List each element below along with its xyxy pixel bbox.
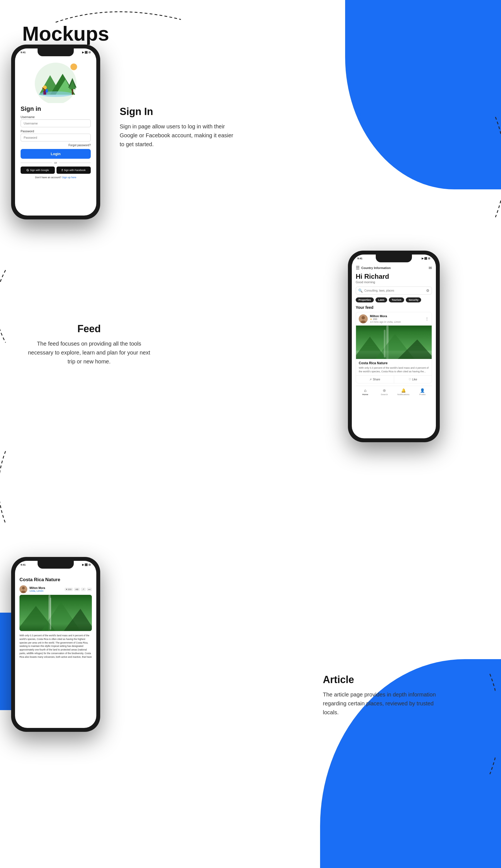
or-text: or [54, 161, 57, 164]
password-input[interactable] [21, 134, 91, 141]
heart-icon: ♡ [408, 378, 411, 381]
feed-status-time: 9:41 [358, 257, 362, 260]
article-status-icons: ▶ ⬛ ⊟ [82, 563, 91, 566]
chip-properties[interactable]: Properties [356, 297, 374, 303]
page-title: Mockups [22, 22, 109, 45]
share-badge-icon: ↗ [82, 588, 84, 591]
nav-notifications[interactable]: 🔔 Notifications [394, 388, 413, 396]
article-author-name: Milton Mora [30, 586, 45, 590]
article-status-time: 9:41 [21, 563, 25, 566]
signin-illustration [31, 59, 81, 103]
article-desc-text: The article page provides in depth infor… [323, 690, 445, 717]
author-avatar [359, 314, 368, 323]
card-meta: 13 mins ago in Uvita, Limon [370, 320, 401, 323]
feed-desc-text: The feed focuses on providing all the to… [28, 339, 150, 366]
nav-home[interactable]: ⌂ Home [356, 388, 375, 396]
text-badge: AB [74, 588, 80, 591]
feed-search-bar[interactable]: 🔍 ⚙ [356, 287, 432, 295]
star-icon: ★ [370, 318, 372, 320]
svg-rect-21 [384, 330, 385, 358]
article-title: Costa Rica Nature [20, 577, 92, 583]
your-feed-title: Your feed [356, 305, 432, 310]
card-author-name: Milton Mora [370, 314, 401, 318]
article-badges: ♥ 200 AB ↗ ••• [65, 588, 92, 591]
feed-header-title: Country Information [361, 266, 391, 269]
article-desc-title: Article [323, 674, 445, 686]
more-badge-icon: ••• [88, 588, 90, 591]
facebook-icon: f [62, 169, 63, 172]
person-icon: 👤 [420, 388, 425, 393]
article-phone-mockup: 9:41 ▶ ⬛ ⊟ Costa Rica Nature [11, 557, 100, 732]
facebook-signin-button[interactable]: f Sign with Facebook [56, 167, 91, 174]
login-button[interactable]: Login [21, 149, 91, 159]
svg-point-16 [362, 316, 365, 319]
username-label: Username [21, 115, 91, 119]
share-button[interactable]: ↗ Share [356, 375, 394, 383]
bottom-navbar: ⌂ Home ⊕ Search 🔔 Notifications 👤 [356, 386, 432, 397]
signin-desc-text: Sign in page allow users to log in with … [120, 122, 237, 149]
chip-tourism[interactable]: Tourism [389, 297, 404, 303]
search-nav-icon: ⊕ [383, 388, 386, 393]
feed-greeting-hi: Hi Richard [356, 273, 432, 280]
svg-rect-10 [43, 91, 44, 95]
card-title: Costa Rica Nature [359, 361, 429, 365]
forgot-password-link[interactable]: Forgot password? [21, 144, 91, 147]
app-logo: S [50, 49, 58, 56]
share-icon: ↗ [369, 378, 372, 381]
card-rating: 200 [373, 318, 377, 320]
password-label: Password [21, 129, 91, 133]
like-button[interactable]: ♡ Like [394, 375, 432, 383]
feed-desc-title: Feed [28, 323, 150, 335]
feed-chips: Properties Laws Tourism Security [356, 297, 432, 303]
google-signin-button[interactable]: G Sign with Google [21, 167, 55, 174]
svg-point-14 [71, 63, 77, 70]
chip-security[interactable]: Security [406, 297, 422, 303]
nav-profile[interactable]: 👤 Profile [413, 388, 432, 396]
feed-status-icons: ▶ ⬛ ⊟ [422, 257, 430, 260]
hamburger-icon[interactable]: ☰ [356, 265, 360, 271]
signin-description: Sign In Sign in page allow users to log … [120, 106, 237, 149]
chip-laws[interactable]: Laws [375, 297, 387, 303]
google-icon: G [26, 169, 29, 172]
feed-description: Feed The feed focuses on providing all t… [28, 323, 150, 366]
svg-rect-12 [46, 89, 48, 93]
bell-icon: 🔔 [401, 388, 406, 393]
more-options-icon[interactable]: ⋮ [425, 317, 429, 321]
share-badge[interactable]: ↗ [81, 588, 86, 591]
article-author-location: Uvita, Limón [30, 590, 45, 592]
search-icon: 🔍 [358, 288, 363, 293]
envelope-icon[interactable]: ✉ [429, 266, 432, 270]
signup-link[interactable]: Sign up here [62, 176, 76, 179]
article-author-avatar [20, 585, 27, 593]
home-icon: ⌂ [364, 388, 366, 393]
status-time: 9:41 [21, 51, 25, 54]
svg-point-23 [22, 587, 25, 590]
article-image [20, 595, 92, 631]
no-account-text: Don't have an account? Sign up here [21, 176, 91, 179]
signin-desc-title: Sign In [120, 106, 237, 117]
more-badge[interactable]: ••• [87, 588, 92, 591]
heart-badge: ♥ 200 [65, 588, 73, 591]
username-input[interactable] [21, 119, 91, 127]
feed-greeting-sub: Good morning [356, 280, 432, 284]
card-image [356, 326, 432, 359]
feed-phone-mockup: 9:41 ▶ ⬛ ⊟ ☰ Country Information ✉ Hi Ri… [348, 251, 440, 442]
signin-phone-mockup: 9:41 S ▶ ⬛ ⊟ [11, 44, 100, 220]
signin-heading: Sign in [21, 105, 91, 113]
status-icons: ▶ ⬛ ⊟ [82, 51, 91, 54]
feed-search-input[interactable] [364, 289, 425, 292]
filter-icon[interactable]: ⚙ [426, 288, 429, 293]
article-body: With only 0.3 percent of the world's lan… [20, 634, 92, 659]
nav-search[interactable]: ⊕ Search [375, 388, 394, 396]
card-description: With only 0.3 percent of the world's lan… [359, 366, 429, 373]
svg-rect-28 [50, 597, 51, 629]
heart-badge-icon: ♥ [66, 588, 67, 591]
feed-card: Milton Mora ★ 200 13 mins ago in Uvita, … [356, 312, 432, 383]
article-description: Article The article page provides in dep… [323, 674, 445, 717]
